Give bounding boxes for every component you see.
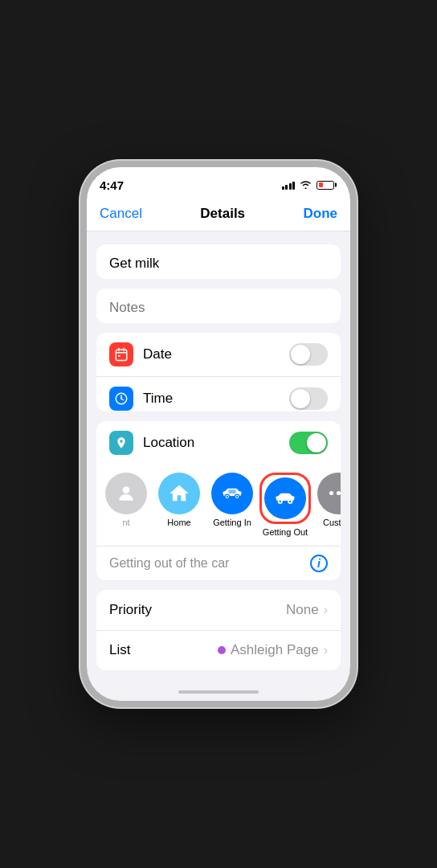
page-title: Details (200, 206, 245, 222)
cancel-button[interactable]: Cancel (100, 206, 142, 222)
location-getting-out-label: Getting Out (263, 527, 308, 538)
location-option-home[interactable]: Home (156, 473, 202, 528)
task-title-card (96, 244, 341, 279)
info-button[interactable]: i (310, 555, 328, 572)
svg-rect-18 (281, 494, 288, 498)
battery-icon (317, 181, 334, 190)
svg-point-11 (227, 496, 228, 497)
location-row[interactable]: Location (96, 421, 341, 465)
notes-card (96, 289, 341, 323)
location-toggle[interactable] (289, 432, 328, 454)
signal-icon (282, 180, 296, 190)
time-toggle[interactable] (289, 387, 328, 410)
list-label: List (109, 642, 218, 658)
done-button[interactable]: Done (303, 206, 337, 222)
list-color-dot (218, 646, 226, 654)
phone-frame: 4:47 (80, 161, 357, 707)
wifi-icon (300, 179, 312, 191)
svg-rect-4 (118, 355, 120, 357)
location-getting-in-label: Getting In (213, 518, 251, 528)
priority-row[interactable]: Priority None › (96, 590, 341, 630)
location-card: Location nt (96, 421, 341, 580)
time-icon (109, 387, 133, 411)
svg-rect-0 (116, 350, 127, 361)
priority-label: Priority (109, 602, 286, 618)
date-time-card: Date Time (96, 333, 341, 411)
location-description-row: Getting out of the car i (96, 546, 341, 580)
location-options: nt Home (96, 465, 341, 546)
svg-point-16 (280, 501, 281, 502)
nav-bar: Cancel Details Done (87, 196, 350, 231)
location-label: Location (143, 435, 289, 451)
date-icon (109, 342, 133, 366)
priority-chevron: › (324, 603, 328, 617)
list-chevron: › (324, 643, 328, 657)
status-icons (282, 179, 335, 191)
notes-input[interactable] (96, 289, 341, 323)
location-description: Getting out of the car (109, 556, 229, 571)
svg-point-8 (123, 486, 130, 493)
location-option-getting-out[interactable]: Getting Out (262, 473, 308, 538)
home-indicator-area (87, 683, 350, 701)
priority-value: None (286, 602, 319, 618)
time-label: Time (143, 391, 289, 407)
task-title-input[interactable] (96, 244, 341, 279)
location-option-getting-in[interactable]: Getting In (209, 473, 255, 528)
date-row[interactable]: Date (96, 333, 341, 376)
location-option-current[interactable]: nt (103, 473, 149, 528)
svg-line-7 (121, 399, 123, 400)
status-bar: 4:47 (87, 167, 350, 196)
svg-point-17 (289, 501, 291, 502)
svg-rect-13 (228, 489, 235, 493)
date-toggle[interactable] (289, 343, 328, 366)
list-value: Ashleigh Page (231, 642, 319, 658)
location-icon (109, 431, 133, 455)
location-custom-label: Custom (323, 518, 341, 528)
svg-point-12 (236, 496, 238, 497)
content-area: Date Time (87, 231, 350, 683)
list-row[interactable]: List Ashleigh Page › (96, 630, 341, 670)
date-label: Date (143, 346, 289, 362)
location-home-label: Home (167, 518, 190, 528)
priority-list-card: Priority None › List Ashleigh Page › (96, 590, 341, 670)
selected-highlight (259, 473, 311, 524)
status-time: 4:47 (100, 178, 124, 192)
time-row[interactable]: Time (96, 376, 341, 411)
phone-screen: 4:47 (87, 167, 350, 701)
home-indicator (178, 690, 259, 694)
location-option-custom[interactable]: Custom (315, 473, 341, 528)
